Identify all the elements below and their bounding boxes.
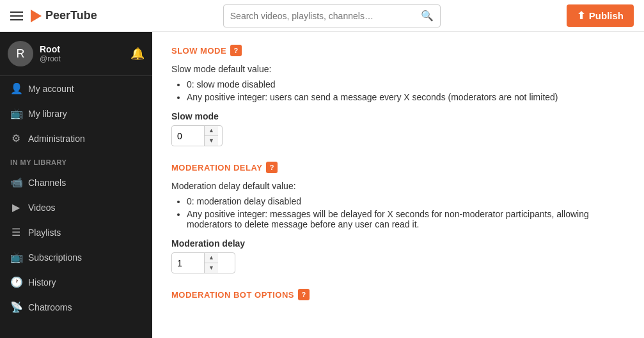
search-area: 🔍 bbox=[97, 4, 567, 27]
sidebar-item-label: Playlists bbox=[28, 227, 61, 238]
hamburger-menu-icon[interactable] bbox=[10, 12, 23, 20]
sidebar-item-my-account[interactable]: 👤 My account bbox=[0, 76, 152, 101]
sidebar-item-label: Videos bbox=[28, 203, 56, 213]
slow-mode-input-wrap: ▲ ▼ bbox=[171, 125, 223, 146]
playlists-icon: ☰ bbox=[10, 226, 22, 238]
avatar: R bbox=[8, 41, 33, 66]
library-icon: 📺 bbox=[10, 107, 22, 119]
user-info: Root @root bbox=[40, 44, 124, 63]
sidebar-item-label: Channels bbox=[28, 178, 66, 188]
search-input[interactable] bbox=[230, 11, 421, 21]
gear-icon: ⚙ bbox=[10, 132, 22, 144]
moderation-bot-section: MODERATION BOT OPTIONS ? bbox=[171, 289, 625, 300]
publish-label: Publish bbox=[589, 10, 624, 21]
slow-mode-spinners: ▲ ▼ bbox=[204, 126, 218, 146]
list-item: 0: slow mode disabled bbox=[187, 79, 625, 89]
list-item: Any positive integer: messages will be d… bbox=[187, 209, 625, 229]
slow-mode-title-text: SLOW MODE bbox=[171, 46, 226, 56]
sidebar-item-label: History bbox=[28, 277, 56, 288]
user-name: Root bbox=[40, 44, 124, 54]
notification-bell-icon[interactable]: 🔔 bbox=[130, 47, 145, 61]
moderation-delay-bullets: 0: moderation delay disabled Any positiv… bbox=[171, 196, 625, 229]
logo-triangle-icon bbox=[31, 10, 42, 22]
logo-text: PeerTube bbox=[45, 9, 97, 22]
sidebar-item-videos[interactable]: ▶ Videos bbox=[0, 195, 152, 220]
sidebar-item-channels[interactable]: 📹 Channels bbox=[0, 170, 152, 195]
list-item: 0: moderation delay disabled bbox=[187, 196, 625, 206]
slow-mode-bullets: 0: slow mode disabled Any positive integ… bbox=[171, 79, 625, 102]
content-area: SLOW MODE ? Slow mode default value: 0: … bbox=[152, 32, 644, 338]
navbar: PeerTube 🔍 ⬆ Publish bbox=[0, 0, 644, 32]
sidebar-item-subscriptions[interactable]: 📺 Subscriptions bbox=[0, 245, 152, 270]
publish-button[interactable]: ⬆ Publish bbox=[567, 4, 634, 27]
sidebar-item-label: My library bbox=[28, 109, 67, 119]
sidebar-item-history[interactable]: 🕐 History bbox=[0, 270, 152, 295]
moderation-delay-spinners: ▲ ▼ bbox=[204, 253, 218, 273]
slow-mode-field-label: Slow mode bbox=[171, 111, 625, 121]
sidebar-item-my-library[interactable]: 📺 My library bbox=[0, 101, 152, 126]
library-section-label: IN MY LIBRARY bbox=[0, 151, 152, 170]
moderation-delay-input-wrap: ▲ ▼ bbox=[171, 252, 235, 273]
moderation-delay-field-label: Moderation delay bbox=[171, 238, 625, 249]
logo: PeerTube bbox=[31, 9, 97, 22]
sidebar-item-administration[interactable]: ⚙ Administration bbox=[0, 126, 152, 151]
moderation-delay-section: MODERATION DELAY ? Moderation delay defa… bbox=[171, 162, 625, 273]
moderation-delay-decrement[interactable]: ▼ bbox=[205, 263, 218, 273]
sidebar-item-label: Administration bbox=[28, 134, 85, 144]
moderation-bot-title: MODERATION BOT OPTIONS ? bbox=[171, 289, 625, 300]
slow-mode-increment[interactable]: ▲ bbox=[205, 126, 218, 136]
search-icon[interactable]: 🔍 bbox=[421, 10, 434, 22]
person-icon: 👤 bbox=[10, 82, 22, 95]
moderation-delay-title: MODERATION DELAY ? bbox=[171, 162, 625, 173]
moderation-bot-help-icon[interactable]: ? bbox=[298, 289, 310, 300]
navbar-left: PeerTube bbox=[10, 9, 97, 22]
search-box: 🔍 bbox=[223, 4, 441, 27]
channels-icon: 📹 bbox=[10, 176, 22, 188]
slow-mode-description: Slow mode default value: bbox=[171, 64, 625, 74]
slow-mode-title: SLOW MODE ? bbox=[171, 45, 625, 56]
slow-mode-help-icon[interactable]: ? bbox=[230, 45, 242, 56]
moderation-delay-input[interactable] bbox=[172, 254, 204, 272]
history-icon: 🕐 bbox=[10, 276, 22, 288]
moderation-delay-increment[interactable]: ▲ bbox=[205, 253, 218, 263]
moderation-delay-help-icon[interactable]: ? bbox=[266, 162, 278, 173]
slow-mode-section: SLOW MODE ? Slow mode default value: 0: … bbox=[171, 45, 625, 146]
sidebar-item-label: Chatrooms bbox=[28, 302, 72, 312]
user-handle: @root bbox=[40, 54, 124, 63]
subscriptions-icon: 📺 bbox=[10, 251, 22, 263]
sidebar: R Root @root 🔔 👤 My account 📺 My library… bbox=[0, 32, 152, 338]
chatrooms-icon: 📡 bbox=[10, 301, 22, 313]
main-layout: R Root @root 🔔 👤 My account 📺 My library… bbox=[0, 32, 644, 338]
sidebar-item-chatrooms[interactable]: 📡 Chatrooms bbox=[0, 295, 152, 319]
user-section: R Root @root 🔔 bbox=[0, 32, 152, 76]
moderation-delay-title-text: MODERATION DELAY bbox=[171, 163, 262, 173]
videos-icon: ▶ bbox=[10, 201, 22, 213]
sidebar-item-playlists[interactable]: ☰ Playlists bbox=[0, 220, 152, 245]
moderation-bot-title-text: MODERATION BOT OPTIONS bbox=[171, 290, 294, 300]
list-item: Any positive integer: users can send a m… bbox=[187, 92, 625, 102]
sidebar-item-label: My account bbox=[28, 84, 74, 94]
sidebar-item-label: Subscriptions bbox=[28, 252, 82, 263]
moderation-delay-description: Moderation delay default value: bbox=[171, 181, 625, 191]
slow-mode-decrement[interactable]: ▼ bbox=[205, 136, 218, 146]
slow-mode-input[interactable] bbox=[172, 127, 204, 145]
upload-icon: ⬆ bbox=[577, 10, 585, 22]
